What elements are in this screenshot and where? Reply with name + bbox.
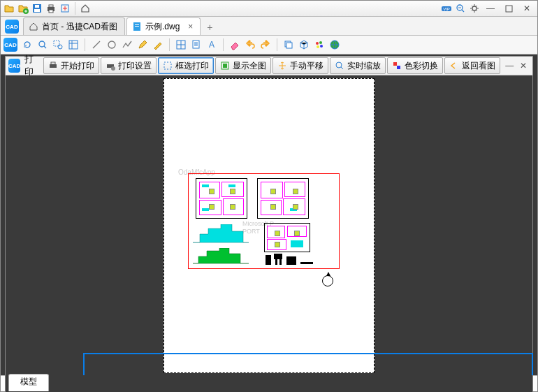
panel-close-button[interactable]: ✕ [517,59,530,72]
elevation-2 [193,248,249,265]
svg-point-11 [472,6,477,10]
svg-point-16 [39,41,45,47]
svg-point-34 [111,66,115,71]
copy-icon[interactable] [283,39,294,50]
main-toolbar: CAD A [1,36,537,55]
floor-plan-2 [257,178,309,219]
fullscreen-icon[interactable] [68,39,79,50]
polyline-tool-icon[interactable] [122,39,133,50]
save-icon[interactable] [31,3,43,14]
refresh-icon[interactable] [22,39,33,50]
svg-rect-5 [49,5,53,7]
svg-rect-47 [286,256,296,265]
print-settings-button[interactable]: 打印设置 [101,57,157,74]
folder-open-icon[interactable] [3,3,15,14]
svg-rect-3 [35,5,39,8]
show-all-button[interactable]: 显示全图 [215,57,271,74]
symbol-row [266,254,314,266]
circle-tool-icon[interactable] [106,39,117,50]
tab-close-icon[interactable]: × [188,22,193,31]
svg-rect-39 [393,62,397,66]
floor-plan-3 [264,223,310,252]
close-button[interactable]: ✕ [519,2,535,15]
svg-point-26 [316,42,319,45]
svg-rect-48 [300,262,313,264]
document-tab-strip: CAD 首页 - 迅捷CAD看图 示例.dwg × + [1,17,537,36]
zoom-realtime-button[interactable]: 实时缩放 [330,57,386,74]
app-logo-icon: CAD [8,59,20,73]
print-preview-body[interactable]: OdaMfcApp Microsoft PPORT [6,75,532,392]
highlighter-icon[interactable] [152,39,163,50]
color-switch-button[interactable]: 色彩切换 [387,57,443,74]
maximize-button[interactable] [501,2,516,15]
svg-point-27 [319,41,322,44]
svg-rect-35 [164,62,171,69]
svg-rect-25 [286,43,292,48]
zoom-window-icon[interactable] [52,39,64,50]
vip-icon[interactable]: VIP [441,3,452,14]
settings-gear-icon[interactable] [469,3,480,14]
svg-text:A: A [209,40,215,50]
layers-icon[interactable] [191,39,202,50]
svg-rect-37 [223,64,227,68]
svg-rect-46 [279,259,282,265]
panel-minimize-button[interactable]: — [503,59,516,72]
tab-home[interactable]: 首页 - 迅捷CAD看图 [23,17,125,35]
home-icon[interactable] [80,3,91,14]
pan-button[interactable]: 手动平移 [272,57,328,74]
svg-rect-2 [34,9,40,12]
compass-icon [322,275,333,286]
svg-rect-12 [506,6,512,12]
svg-marker-42 [193,248,249,263]
zoom-icon[interactable] [37,39,48,50]
svg-point-18 [58,45,62,49]
floor-plan-1 [196,178,247,219]
workspace-area: CAD 打印 开始打印 打印设置 框选打印 显示全图 手动平移 实时缩放 色彩切… [1,55,537,375]
grid-icon[interactable] [175,39,187,50]
svg-marker-41 [193,224,249,242]
tab-file[interactable]: 示例.dwg × [126,17,201,35]
panel-title: 打印 [24,53,39,78]
globe-icon[interactable] [329,39,340,50]
start-print-button[interactable]: 开始打印 [43,57,99,74]
svg-rect-40 [397,66,400,69]
home-icon [28,21,39,32]
minimize-button[interactable]: — [483,2,498,15]
svg-rect-43 [266,255,271,265]
text-tool-icon[interactable]: A [206,39,217,50]
svg-rect-44 [274,254,282,259]
back-to-view-button[interactable]: 返回看图 [444,57,500,74]
pencil-tool-icon[interactable] [137,39,148,50]
line-tool-icon[interactable] [91,39,102,50]
tab-label: 首页 - 迅捷CAD看图 [42,21,117,33]
svg-rect-19 [69,41,78,49]
svg-text:VIP: VIP [443,7,450,11]
app-window: VIP — ✕ CAD 首页 - 迅捷CAD看图 示例.dwg × + CAD [0,0,538,392]
quick-access-bar: VIP — ✕ [1,1,537,17]
undo-icon[interactable] [245,39,256,50]
svg-rect-14 [135,24,139,25]
redo-icon[interactable] [260,39,271,50]
app-logo-icon: CAD [5,20,19,34]
print-preview-panel: CAD 打印 开始打印 打印设置 框选打印 显示全图 手动平移 实时缩放 色彩切… [5,56,533,392]
svg-point-28 [320,45,323,48]
separator [75,2,75,15]
box-select-print-button[interactable]: 框选打印 [158,57,214,74]
eraser-icon[interactable] [229,39,240,50]
color-palette-icon[interactable] [314,39,325,50]
zoom-out-icon[interactable] [455,3,466,14]
print-icon[interactable] [45,3,57,14]
folder-add-icon[interactable] [17,3,29,14]
model-tab[interactable]: 模型 [8,374,49,391]
print-toolbar: CAD 打印 开始打印 打印设置 框选打印 显示全图 手动平移 实时缩放 色彩切… [6,57,532,75]
svg-rect-6 [49,10,53,13]
dwg-file-icon [131,21,143,32]
cube-3d-icon[interactable] [298,39,310,50]
app-logo-icon: CAD [3,38,17,52]
command-bar-outline [83,353,533,375]
svg-rect-32 [51,62,55,64]
selection-box [188,173,340,269]
svg-rect-45 [275,259,277,265]
add-tab-button[interactable]: + [202,20,217,35]
export-icon[interactable] [59,3,71,14]
